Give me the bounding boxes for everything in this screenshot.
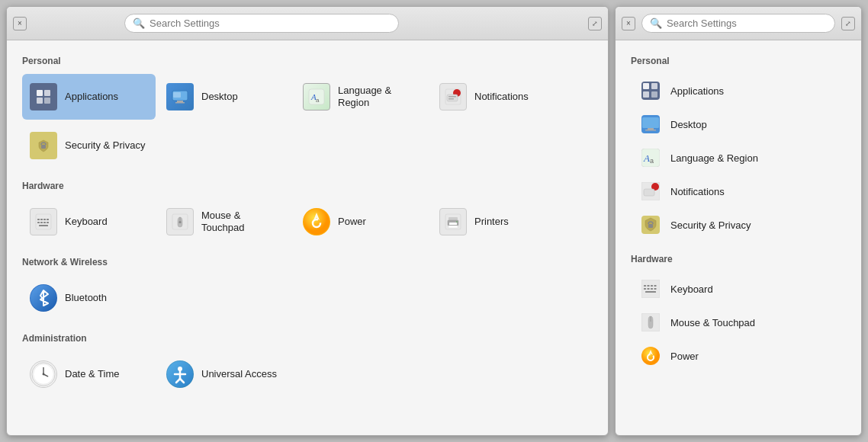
svg-text:A: A (643, 152, 650, 164)
svg-rect-60 (645, 130, 656, 131)
search-icon-right: 🔍 (650, 18, 662, 29)
items-grid-hardware: Keyboard Mouse & Touchpad Power (22, 199, 593, 245)
svg-rect-24 (37, 222, 40, 223)
search-input-right[interactable] (667, 18, 827, 29)
svg-point-31 (179, 221, 182, 223)
list-mouse-label: Mouse & Touchpad (670, 317, 755, 328)
section-personal-left: Personal Applications Desktop Aa (22, 56, 593, 168)
grid-item-mouse[interactable]: Mouse & Touchpad (159, 199, 292, 245)
datetime-icon (30, 360, 57, 388)
grid-item-language[interactable]: Aa Language & Region (295, 74, 429, 120)
section-personal-right: Personal Applications Desktop Aa Languag… (631, 56, 846, 242)
power-icon (303, 208, 330, 235)
list-item-applications[interactable]: Applications (631, 74, 846, 107)
svg-rect-77 (654, 288, 657, 290)
printers-icon (439, 208, 467, 235)
svg-rect-66 (644, 189, 654, 196)
svg-rect-56 (651, 91, 657, 98)
svg-rect-23 (47, 219, 49, 220)
grid-item-desktop[interactable]: Desktop (159, 74, 292, 120)
close-button-left[interactable]: × (13, 17, 27, 30)
settings-window-left: × 🔍 ⤢ Personal Applications (6, 6, 609, 436)
grid-item-security[interactable]: Security & Privacy (22, 123, 156, 168)
svg-rect-70 (644, 285, 646, 287)
list-item-power[interactable]: Power (631, 339, 846, 373)
grid-item-universal[interactable]: Universal Access (159, 351, 292, 397)
maximize-button-right[interactable]: ⤢ (841, 17, 855, 30)
svg-rect-0 (37, 90, 43, 96)
svg-rect-73 (654, 285, 657, 287)
svg-rect-20 (37, 219, 40, 220)
list-security-icon (640, 214, 661, 235)
svg-rect-74 (644, 288, 646, 290)
close-button-right[interactable]: × (622, 17, 635, 30)
section-label-hardware-left: Hardware (22, 181, 593, 191)
applications-label: Applications (65, 91, 118, 103)
search-input-left[interactable] (149, 18, 391, 29)
list-item-notifications[interactable]: Notifications (631, 175, 846, 208)
grid-item-printers[interactable]: Printers (432, 199, 565, 245)
svg-rect-78 (645, 291, 656, 293)
svg-rect-38 (448, 226, 458, 228)
svg-rect-3 (44, 98, 50, 104)
list-item-desktop[interactable]: Desktop (631, 107, 846, 141)
svg-rect-37 (449, 223, 457, 225)
maximize-button-left[interactable]: ⤢ (588, 17, 602, 30)
section-hardware-right: Hardware Keyboard Mouse & Touchpad Power (631, 254, 846, 373)
svg-rect-22 (43, 219, 46, 220)
notifications-icon (439, 83, 467, 110)
svg-text:a: a (650, 157, 654, 165)
list-desktop-label: Desktop (670, 119, 707, 130)
items-grid-network: Bluetooth (22, 275, 593, 321)
svg-rect-53 (643, 83, 649, 89)
grid-item-applications[interactable]: Applications (22, 74, 156, 120)
section-label-personal-right: Personal (631, 56, 846, 66)
list-mouse-icon (640, 312, 661, 333)
svg-rect-2 (37, 98, 43, 104)
list-item-keyboard[interactable]: Keyboard (631, 272, 846, 306)
titlebar-right: × 🔍 ⤢ (616, 7, 861, 40)
svg-rect-7 (175, 102, 185, 104)
svg-rect-1 (44, 90, 50, 96)
security-label: Security & Privacy (65, 139, 145, 152)
list-language-icon: Aa (640, 147, 661, 168)
grid-item-power[interactable]: Power (295, 199, 429, 245)
section-label-admin-left: Administration (22, 333, 593, 344)
list-item-mouse[interactable]: Mouse & Touchpad (631, 306, 846, 339)
search-icon-left: 🔍 (133, 18, 145, 29)
bluetooth-icon (30, 284, 57, 312)
bluetooth-label: Bluetooth (65, 292, 107, 304)
keyboard-label: Keyboard (65, 216, 108, 228)
svg-rect-21 (40, 219, 43, 220)
settings-window-right: × 🔍 ⤢ Personal Applications Desktop (615, 6, 862, 436)
svg-rect-26 (43, 222, 46, 223)
svg-rect-35 (448, 217, 458, 220)
grid-item-bluetooth[interactable]: Bluetooth (22, 275, 156, 321)
list-notifications-label: Notifications (670, 186, 725, 197)
svg-rect-28 (39, 225, 48, 226)
section-label-hardware-right: Hardware (631, 254, 846, 264)
grid-item-datetime[interactable]: Date & Time (22, 351, 156, 397)
svg-rect-59 (648, 128, 654, 130)
grid-item-notifications[interactable]: Notifications (432, 74, 565, 120)
svg-rect-18 (41, 145, 46, 149)
svg-rect-27 (47, 222, 49, 223)
printers-label: Printers (474, 216, 509, 228)
notifications-icon-wrapper (439, 83, 467, 110)
language-label: Language & Region (338, 85, 421, 108)
list-security-label: Security & Privacy (670, 219, 751, 231)
svg-rect-8 (173, 92, 181, 98)
svg-rect-25 (40, 222, 43, 223)
list-item-security[interactable]: Security & Privacy (631, 208, 846, 242)
mouse-icon (166, 208, 194, 235)
svg-rect-68 (648, 224, 653, 228)
svg-text:a: a (316, 97, 320, 104)
universal-label: Universal Access (201, 368, 277, 380)
section-hardware-left: Hardware Keyboard Mouse & Touchpad (22, 181, 593, 245)
items-grid-personal: Applications Desktop Aa Language & Regio… (22, 74, 593, 168)
section-admin-left: Administration Date & Time Universal Acc… (22, 333, 593, 397)
list-item-language[interactable]: Aa Language & Region (631, 141, 846, 175)
desktop-icon (166, 83, 194, 110)
list-notifications-icon (640, 181, 661, 202)
grid-item-keyboard[interactable]: Keyboard (22, 199, 156, 245)
